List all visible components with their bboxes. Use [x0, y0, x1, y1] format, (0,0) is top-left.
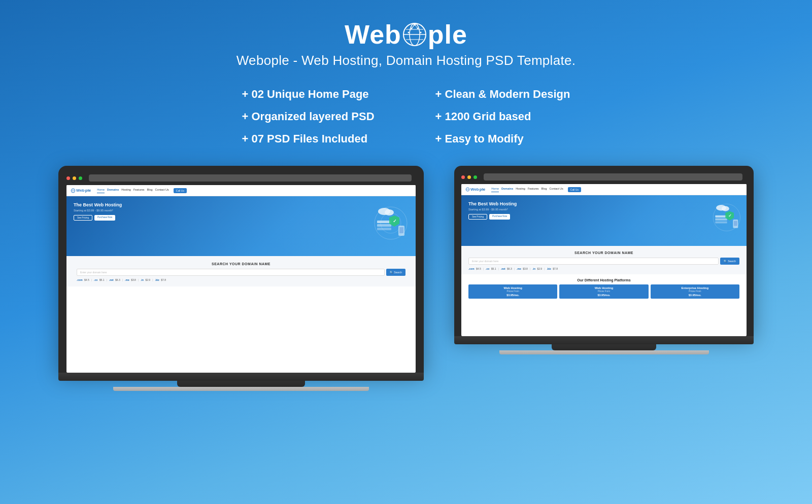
hero-sub-r: Starting at $3.99 - $9.95 month*	[468, 208, 739, 211]
svg-point-12	[420, 32, 421, 33]
feature-2: + Organized layered PSD	[242, 110, 375, 123]
dot-green	[79, 176, 82, 180]
screen-hero: The Best Web Hosting Starting at $3.99 -…	[66, 196, 416, 256]
dot-green-r	[473, 175, 477, 179]
domain-search-row-r: Enter your domain here 🔍 Search	[468, 258, 739, 265]
screen-hero-r: The Best Web Hosting Starting at $3.99 -…	[461, 195, 747, 246]
feature-4: + Clean & Modern Design	[435, 88, 570, 101]
subtitle: Webople - Web Hosting, Domain Hosting PS…	[236, 53, 576, 68]
see-pricing-btn-r[interactable]: See Pricing	[468, 214, 487, 220]
screen-platforms: Our Different Hosting Platforms Web Host…	[461, 274, 747, 303]
screen-nav: Webple Home Domains Hosting Features Blo…	[66, 185, 416, 196]
svg-rect-34	[715, 221, 727, 223]
svg-point-11	[408, 32, 409, 33]
globe-icon	[401, 21, 428, 48]
nav-contact[interactable]: Contact Us	[155, 188, 169, 193]
nav-domains[interactable]: Domains	[107, 188, 119, 193]
screen-nav-links: Home Domains Hosting Features Blog Conta…	[97, 188, 187, 193]
screen-nav-r: Webple Home Domains Hosting Features Blo…	[461, 184, 747, 195]
feature-6: + Easy to Modify	[435, 132, 570, 146]
dot-yellow-r	[467, 175, 471, 179]
url-bar	[89, 174, 412, 182]
logo-area: Web ple Webople - Web Hosting, Domain Ho…	[236, 19, 576, 68]
nav-contact-r[interactable]: Contact Us	[550, 187, 563, 192]
see-pricing-btn[interactable]: See Pricing	[74, 215, 92, 221]
nav-hosting-r[interactable]: Hosting	[516, 187, 525, 192]
purchase-now-btn[interactable]: Purchase Now	[94, 215, 115, 221]
feature-5: + 1200 Grid based	[435, 110, 570, 123]
page-header: Web ple Webople - Web Hosting, Domain Ho…	[0, 0, 812, 166]
screen-domain-section: SEARCH YOUR DOMAIN NAME Enter your domai…	[66, 256, 416, 286]
screen-content: Webple Home Domains Hosting Features Blo…	[66, 185, 416, 373]
nav-home[interactable]: Home	[97, 188, 105, 193]
nav-blog-r[interactable]: Blog	[542, 187, 547, 192]
platform-card-3: Enterprise Hosting Prices From $3.95/mo.	[651, 284, 739, 299]
screen-logo: Webple	[71, 188, 91, 193]
screen-logo-r: Webple	[465, 187, 485, 192]
nav-call-us-r[interactable]: Call Us	[568, 187, 581, 192]
laptop-left-base	[58, 373, 424, 381]
platform-card-1: Web Hosting Prices From $3.95/mo.	[468, 284, 557, 299]
domain-title: SEARCH YOUR DOMAIN NAME	[77, 262, 405, 266]
laptop-left: Webple Home Domains Hosting Features Blo…	[58, 166, 424, 391]
logo-suffix: ple	[428, 19, 467, 50]
nav-features[interactable]: Features	[133, 188, 145, 193]
hero-title-r: The Best Web Hosting	[468, 201, 739, 206]
screen-nav-links-r: Home Domains Hosting Features Blog Conta…	[491, 187, 581, 192]
nav-features-r[interactable]: Features	[528, 187, 539, 192]
nav-call-us[interactable]: Call Us	[174, 188, 187, 193]
laptop-left-screen: Webple Home Domains Hosting Features Blo…	[66, 185, 416, 373]
domain-search-btn[interactable]: 🔍 Search	[386, 269, 405, 276]
svg-rect-21	[377, 224, 391, 227]
platform-card-2: Web Hosting Prices From $3.95/mo.	[559, 284, 648, 299]
purchase-now-btn-r[interactable]: Purchase Now	[489, 214, 510, 220]
nav-blog[interactable]: Blog	[147, 188, 153, 193]
svg-point-10	[417, 28, 418, 29]
laptop-right-stand	[552, 344, 657, 350]
svg-rect-25	[399, 227, 403, 233]
domain-tlds-r: .com $4.5 | .co $5.1 | .net $6.3 | .me $…	[468, 267, 739, 270]
laptop-left-foot	[113, 387, 369, 391]
laptop-right-topbar	[461, 172, 747, 182]
svg-rect-22	[377, 228, 391, 230]
domain-tlds: .com $4.5 | .co $5.1 | .net $6.3 | .me $…	[77, 278, 405, 281]
nav-domains-r[interactable]: Domains	[501, 187, 513, 192]
domain-input-r[interactable]: Enter your domain here	[468, 258, 719, 265]
screen-domain-r: SEARCH YOUR DOMAIN NAME Enter your domai…	[461, 246, 747, 274]
features-right: + Clean & Modern Design + 1200 Grid base…	[435, 88, 570, 146]
platform-cards: Web Hosting Prices From $3.95/mo. Web Ho…	[468, 284, 739, 299]
laptop-right: Webple Home Domains Hosting Features Blo…	[454, 166, 754, 354]
feature-3: + 07 PSD Files Included	[242, 132, 375, 146]
hero-title: The Best Web Hosting	[74, 202, 409, 207]
screen-content-r: Webple Home Domains Hosting Features Blo…	[461, 184, 747, 336]
dot-red-r	[461, 175, 465, 179]
laptop-left-topbar	[66, 173, 416, 183]
domain-search-row: Enter your domain here 🔍 Search	[77, 269, 405, 276]
domain-search-btn-r[interactable]: 🔍 Search	[720, 258, 739, 265]
laptop-left-stand	[177, 381, 305, 387]
dot-yellow	[73, 176, 76, 180]
svg-point-9	[411, 28, 412, 29]
svg-rect-20	[377, 221, 391, 223]
laptop-right-foot	[499, 350, 709, 354]
domain-input[interactable]: Enter your domain here	[77, 269, 385, 276]
laptop-right-body: Webple Home Domains Hosting Features Blo…	[454, 166, 754, 336]
feature-1: + 02 Unique Home Page	[242, 88, 375, 101]
features-left: + 02 Unique Home Page + Organized layere…	[242, 88, 375, 146]
laptop-right-screen: Webple Home Domains Hosting Features Blo…	[461, 184, 747, 336]
hero-sub: Starting at $3.99 - $9.95 month*	[74, 209, 409, 212]
hero-buttons-r: See Pricing Purchase Now	[468, 214, 739, 220]
url-bar-r	[484, 173, 742, 181]
logo-prefix: Web	[345, 19, 401, 50]
laptop-right-base	[454, 336, 754, 344]
logo: Web ple	[345, 19, 467, 50]
domain-title-r: SEARCH YOUR DOMAIN NAME	[468, 251, 739, 255]
platforms-title: Our Different Hosting Platforms	[468, 278, 739, 282]
nav-hosting[interactable]: Hosting	[121, 188, 131, 193]
laptop-left-body: Webple Home Domains Hosting Features Blo…	[58, 166, 424, 373]
nav-home-r[interactable]: Home	[491, 187, 499, 192]
features-section: + 02 Unique Home Page + Organized layere…	[242, 88, 570, 146]
svg-rect-37	[734, 221, 737, 226]
hero-buttons: See Pricing Purchase Now	[74, 215, 409, 221]
laptops-section: Webple Home Domains Hosting Features Blo…	[0, 166, 812, 391]
